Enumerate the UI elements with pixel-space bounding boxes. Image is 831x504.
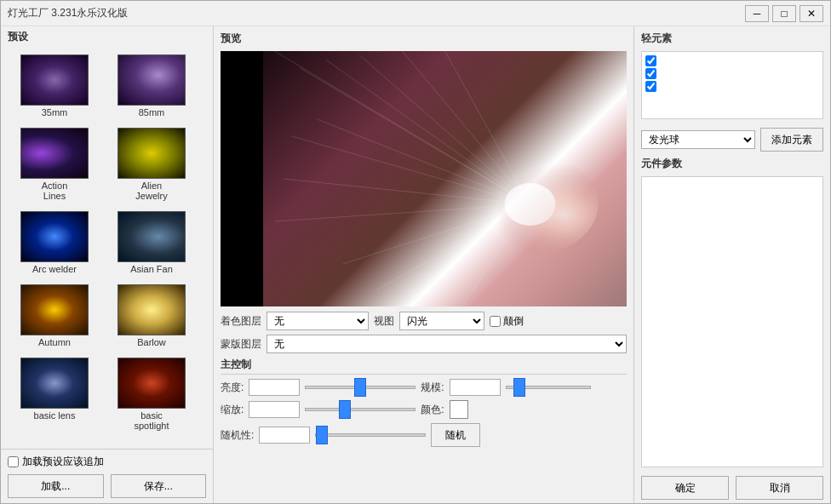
invert-checkbox[interactable]	[490, 316, 501, 327]
color-layer-select[interactable]: 无	[266, 312, 369, 330]
load-checkbox-row: 加载预设应该追加	[8, 455, 206, 469]
presets-label: 预设	[1, 26, 213, 46]
preset-thumb	[117, 284, 186, 335]
preset-grid-container: 35mm85mmAction LinesAlien JewelryArc wel…	[1, 46, 213, 449]
preset-name: 35mm	[42, 107, 68, 117]
save-button[interactable]: 保存...	[111, 474, 207, 498]
preset-thumb	[117, 211, 186, 262]
random-row: 随机性: 0 随机	[221, 423, 627, 447]
preset-thumb	[117, 128, 186, 179]
preset-item[interactable]: Action Lines	[8, 124, 101, 204]
mask-layer-label: 蒙版图层	[221, 337, 261, 352]
element-type-select[interactable]: 发光球	[641, 130, 755, 149]
preset-grid: 35mm85mmAction LinesAlien JewelryArc wel…	[1, 46, 213, 439]
element-controls: 发光球 添加元素	[641, 128, 823, 152]
element-checkbox[interactable]	[645, 68, 656, 79]
random-input[interactable]: 0	[259, 427, 310, 444]
add-element-button[interactable]: 添加元素	[760, 128, 823, 152]
brightness-input[interactable]: 100.00	[249, 379, 300, 396]
element-checkbox[interactable]	[645, 81, 656, 92]
preset-name: Action Lines	[42, 180, 68, 201]
zoom-label: 缩放:	[221, 403, 244, 417]
preview-image	[263, 51, 627, 306]
params-area	[641, 176, 823, 467]
preset-name: basic spotlight	[135, 410, 169, 431]
element-checkbox[interactable]	[645, 55, 656, 66]
preset-item[interactable]: Arc welder	[8, 208, 101, 278]
close-button[interactable]: ✕	[799, 5, 823, 22]
load-checkbox-label: 加载预设应该追加	[22, 455, 104, 469]
minimize-button[interactable]: ─	[745, 5, 769, 22]
maximize-button[interactable]: □	[772, 5, 796, 22]
right-panel: 轻元素 发光球 添加元素 元件参数 确定 取消	[634, 26, 830, 503]
params-label: 元件参数	[641, 157, 823, 171]
mask-layer-select[interactable]: 无	[266, 335, 627, 353]
random-button[interactable]: 随机	[431, 423, 480, 447]
svg-point-15	[505, 183, 556, 226]
preset-thumb	[20, 128, 89, 179]
color-layer-row: 着色图层 无 视图 闪光 颠倒	[221, 312, 627, 330]
color-picker[interactable]	[450, 400, 468, 419]
preset-name: Barlow	[137, 337, 166, 347]
center-panel: 预览	[214, 26, 634, 503]
view-select[interactable]: 闪光	[399, 312, 484, 330]
confirm-cancel-row: 确定 取消	[641, 472, 823, 500]
scale-slider[interactable]	[506, 386, 591, 389]
element-item	[645, 55, 819, 66]
element-item	[645, 81, 819, 92]
element-list	[641, 51, 823, 119]
main-window: 灯光工厂 3.231永乐汉化版 ─ □ ✕ 预设 35mm85mmAction …	[0, 0, 831, 504]
preset-name: Asian Fan	[130, 264, 173, 274]
preview-black-bar	[221, 51, 263, 306]
preset-thumb	[20, 54, 89, 106]
preset-item[interactable]: basic lens	[8, 354, 101, 434]
scale-input[interactable]: 1.00	[450, 379, 501, 396]
preview-label: 预览	[221, 30, 627, 46]
load-button[interactable]: 加载...	[8, 474, 104, 498]
brightness-slider[interactable]	[305, 386, 416, 389]
main-content: 预设 35mm85mmAction LinesAlien JewelryArc …	[1, 26, 830, 503]
mask-layer-row: 蒙版图层 无	[221, 335, 627, 353]
preset-name: Alien Jewelry	[135, 180, 167, 201]
controls-section: 着色图层 无 视图 闪光 颠倒 蒙版图层	[221, 312, 627, 447]
random-slider[interactable]	[315, 433, 426, 437]
preset-thumb	[117, 358, 186, 409]
cancel-button[interactable]: 取消	[736, 476, 823, 500]
zoom-input[interactable]: 67.22	[249, 401, 300, 418]
preset-thumb	[20, 358, 89, 409]
preset-item[interactable]: basic spotlight	[105, 354, 198, 434]
elements-label: 轻元素	[641, 30, 823, 46]
load-save-row: 加载... 保存...	[8, 474, 206, 498]
preview-area	[221, 51, 627, 306]
preset-item[interactable]: 35mm	[8, 51, 101, 121]
preset-name: basic lens	[34, 410, 76, 421]
preset-item[interactable]: Alien Jewelry	[105, 124, 198, 204]
preview-rays-svg	[263, 51, 627, 306]
scale-label: 规模:	[421, 381, 444, 395]
preset-item[interactable]: Barlow	[105, 281, 198, 351]
element-item	[645, 68, 819, 79]
zoom-color-row: 缩放: 67.22 颜色:	[221, 400, 627, 419]
main-control-title: 主控制	[221, 358, 627, 375]
left-panel: 预设 35mm85mmAction LinesAlien JewelryArc …	[1, 26, 214, 503]
preset-name: Arc welder	[32, 264, 77, 274]
zoom-slider[interactable]	[305, 408, 416, 411]
confirm-button[interactable]: 确定	[641, 476, 729, 500]
preset-item[interactable]: Autumn	[8, 281, 101, 351]
window-controls: ─ □ ✕	[745, 5, 823, 22]
load-checkbox[interactable]	[8, 456, 19, 467]
invert-checkbox-row: 颠倒	[490, 314, 524, 329]
preset-item[interactable]: 85mm	[105, 51, 198, 121]
preset-thumb	[20, 211, 89, 262]
left-bottom: 加载预设应该追加 加载... 保存...	[1, 449, 213, 503]
title-bar: 灯光工厂 3.231永乐汉化版 ─ □ ✕	[1, 1, 830, 26]
brightness-label: 亮度:	[221, 381, 244, 395]
random-label: 随机性:	[221, 428, 254, 443]
preset-name: 85mm	[139, 107, 165, 117]
preset-thumb	[20, 284, 89, 335]
view-label: 视图	[374, 314, 394, 329]
brightness-scale-row: 亮度: 100.00 规模: 1.00	[221, 379, 627, 396]
preset-item[interactable]: Asian Fan	[105, 208, 198, 278]
preset-thumb	[117, 54, 186, 106]
color-label: 颜色:	[421, 403, 444, 417]
